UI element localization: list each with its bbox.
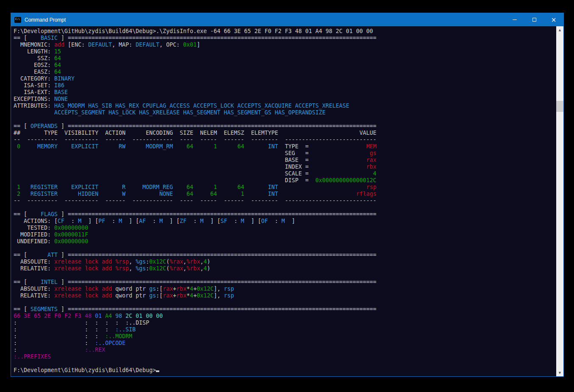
title-bar[interactable]: C:\ Command Prompt × xyxy=(11,13,563,26)
scrollbar-thumb[interactable] xyxy=(556,101,563,112)
text-cursor xyxy=(156,370,159,372)
terminal-line: LENGTH: 15 xyxy=(14,48,553,55)
command-prompt-window: C:\ Command Prompt × F:\Development\GitH… xyxy=(11,13,564,377)
terminal-line: RELATIVE: xrelease lock add qword ptr gs… xyxy=(14,292,553,299)
terminal[interactable]: F:\Development\GitHub\zydis\Build64\Debu… xyxy=(11,26,563,376)
terminal-line xyxy=(14,360,553,367)
terminal-line: INDEX = rbx xyxy=(14,164,553,170)
terminal-line xyxy=(14,299,553,306)
terminal-line: : : : : : :..DISP xyxy=(14,320,553,326)
terminal-line: == [ FLAGS ] ===========================… xyxy=(14,211,553,218)
terminal-line: ABSOLUTE: xrelease lock add qword ptr gs… xyxy=(14,286,553,292)
terminal-line: DISP = 0x000000000000012C xyxy=(14,177,553,184)
terminal-line: F:\Development\GitHub\zydis\Build64\Debu… xyxy=(14,28,553,35)
terminal-line: : : : :..MODRM xyxy=(14,333,553,340)
terminal-line: UNDEFINED: 0x00000000 xyxy=(14,238,553,245)
terminal-line xyxy=(14,245,553,252)
terminal-line: SEG = gs xyxy=(14,150,553,157)
terminal-line xyxy=(14,204,553,211)
maximize-icon xyxy=(532,18,536,22)
terminal-line: RELATIVE: xrelease lock add %rsp, %gs:0x… xyxy=(14,265,553,272)
terminal-line: : : : : :..SIB xyxy=(14,326,553,333)
scroll-up-icon[interactable]: ▲ xyxy=(556,26,563,33)
terminal-line xyxy=(14,116,553,123)
terminal-line: 1 REGISTER EXPLICIT R MODRM_REG 64 1 64 … xyxy=(14,184,553,191)
terminal-line: -- --------- ---------- ------ ---------… xyxy=(14,197,553,204)
close-button[interactable]: × xyxy=(544,13,563,26)
terminal-line: 0 MEMORY EXPLICIT RW MODRM_RM 64 1 64 IN… xyxy=(14,143,553,150)
terminal-line: : : :..OPCODE xyxy=(14,340,553,347)
cmd-icon[interactable]: C:\ xyxy=(14,17,21,23)
terminal-output: F:\Development\GitHub\zydis\Build64\Debu… xyxy=(14,28,553,374)
maximize-button[interactable] xyxy=(524,13,544,26)
terminal-line: SSZ: 64 xyxy=(14,55,553,62)
terminal-line: MNEMONIC: add [ENC: DEFAULT, MAP: DEFAUL… xyxy=(14,42,553,48)
title-bar-left: C:\ Command Prompt xyxy=(11,17,66,23)
terminal-line: EOSZ: 64 xyxy=(14,62,553,69)
terminal-line: 2 REGISTER HIDDEN W NONE 64 64 1 INT rfl… xyxy=(14,191,553,197)
close-icon: × xyxy=(551,16,557,24)
terminal-line: EXCEPTIONS: NONE xyxy=(14,96,553,103)
terminal-line xyxy=(14,272,553,279)
terminal-line: BASE = rax xyxy=(14,157,553,164)
terminal-line: TESTED: 0x00000000 xyxy=(14,225,553,231)
scroll-down-icon[interactable]: ▼ xyxy=(556,369,563,376)
terminal-line: == [ INTEL ] ===========================… xyxy=(14,279,553,286)
minimize-icon xyxy=(513,19,517,20)
terminal-line: : :..REX xyxy=(14,347,553,353)
terminal-line: ACCEPTS_SEGMENT HAS_LOCK HAS_XRELEASE HA… xyxy=(14,109,553,116)
terminal-line: == [ ATT ] =============================… xyxy=(14,252,553,259)
terminal-line: CATEGORY: BINARY xyxy=(14,75,553,82)
terminal-line: F:\Development\GitHub\zydis\Build64\Debu… xyxy=(14,367,553,374)
window-title: Command Prompt xyxy=(25,17,66,23)
terminal-line: 66 3E 65 2E F0 F2 F3 48 01 A4 98 2C 01 0… xyxy=(14,313,553,320)
terminal-line: MODIFIED: 0x0000011F xyxy=(14,231,553,238)
terminal-line: ISA-SET: I86 xyxy=(14,82,553,89)
terminal-line: ## TYPE VISIBILITY ACTION ENCODING SIZE … xyxy=(14,130,553,136)
terminal-line: :..PREFIXES xyxy=(14,353,553,360)
terminal-line: SCALE = 4 xyxy=(14,170,553,177)
terminal-line: ABSOLUTE: xrelease lock add %rsp, %gs:0x… xyxy=(14,259,553,265)
minimize-button[interactable] xyxy=(505,13,524,26)
terminal-line: == [ OPERANDS ] ========================… xyxy=(14,123,553,130)
terminal-line: ACTIONS: [CF : M ] [PF : M ] [AF : M ] [… xyxy=(14,218,553,225)
terminal-line: EASZ: 64 xyxy=(14,69,553,75)
terminal-line: ATTRIBUTES: HAS_MODRM HAS_SIB HAS_REX CP… xyxy=(14,103,553,109)
scrollbar[interactable]: ▲ ▼ xyxy=(556,26,563,376)
terminal-line: == [ SEGMENTS ] ========================… xyxy=(14,306,553,313)
terminal-line: ISA-EXT: BASE xyxy=(14,89,553,96)
terminal-line: == [ BASIC ] ===========================… xyxy=(14,35,553,42)
terminal-line: -- --------- ---------- ------ ---------… xyxy=(14,136,553,143)
caption-buttons: × xyxy=(505,13,563,26)
